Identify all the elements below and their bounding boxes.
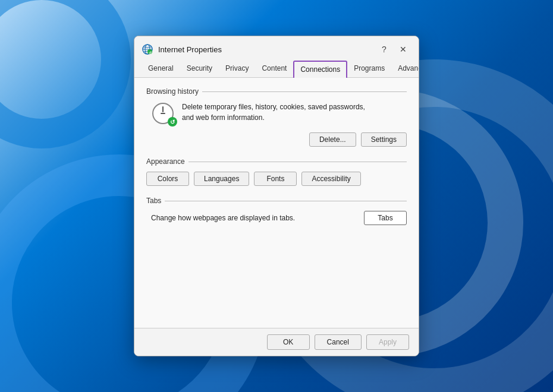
dialog-title: Internet Properties	[158, 45, 371, 54]
appearance-section: Appearance Colors Languages Fonts Access…	[146, 157, 407, 186]
tab-content[interactable]: Content	[255, 60, 293, 77]
history-description: Delete temporary files, history, cookies…	[182, 102, 407, 123]
tab-privacy[interactable]: Privacy	[219, 60, 255, 77]
history-buttons: Delete... Settings	[146, 132, 407, 147]
dialog-content: Browsing history ↺ Delete temporary file…	[134, 78, 419, 328]
section-title-browsing: Browsing history	[146, 87, 199, 96]
section-header-browsing: Browsing history	[146, 87, 407, 96]
svg-text:↺: ↺	[149, 51, 152, 55]
dialog-footer: OK Cancel Apply	[134, 328, 419, 356]
section-title-appearance: Appearance	[146, 157, 185, 166]
section-divider-tabs	[165, 201, 407, 201]
ok-button[interactable]: OK	[267, 334, 310, 350]
help-button[interactable]: ?	[376, 41, 392, 58]
section-divider	[202, 91, 407, 92]
tabs-row: General Security Privacy Content Connect…	[134, 60, 419, 78]
tabs-button[interactable]: Tabs	[364, 211, 407, 225]
title-bar: ↺ Internet Properties ? ✕	[134, 36, 419, 60]
tab-connections[interactable]: Connections	[293, 61, 347, 78]
section-header-appearance: Appearance	[146, 157, 407, 166]
languages-button[interactable]: Languages	[194, 172, 249, 186]
tabs-section: Tabs Change how webpages are displayed i…	[146, 197, 407, 225]
title-bar-controls: ? ✕	[376, 41, 411, 58]
history-area: ↺ Delete temporary files, history, cooki…	[146, 102, 407, 125]
accessibility-button[interactable]: Accessibility	[301, 172, 360, 186]
tab-advanced[interactable]: Advanced	[391, 60, 419, 77]
refresh-arrow-icon: ↺	[168, 117, 177, 127]
apply-button[interactable]: Apply	[366, 334, 409, 350]
dialog-overlay: ↺ Internet Properties ? ✕ General Securi…	[0, 0, 553, 392]
section-divider-appearance	[188, 162, 407, 162]
tab-security[interactable]: Security	[180, 60, 219, 77]
delete-button[interactable]: Delete...	[309, 132, 356, 147]
section-title-tabs: Tabs	[146, 197, 161, 205]
dialog-icon: ↺	[142, 43, 153, 55]
tabs-description: Change how webpages are displayed in tab…	[151, 214, 364, 222]
settings-button[interactable]: Settings	[361, 132, 407, 147]
internet-properties-dialog: ↺ Internet Properties ? ✕ General Securi…	[134, 36, 419, 356]
colors-button[interactable]: Colors	[146, 172, 189, 186]
cancel-button[interactable]: Cancel	[315, 334, 362, 350]
close-button[interactable]: ✕	[395, 41, 411, 58]
browsing-history-section: Browsing history ↺ Delete temporary file…	[146, 87, 407, 147]
section-header-tabs: Tabs	[146, 197, 407, 205]
fonts-button[interactable]: Fonts	[254, 172, 297, 186]
tabs-section-row: Change how webpages are displayed in tab…	[146, 211, 407, 225]
appearance-buttons: Colors Languages Fonts Accessibility	[146, 172, 407, 186]
history-icon-wrapper: ↺	[151, 102, 175, 125]
tab-general[interactable]: General	[142, 60, 180, 77]
tab-programs[interactable]: Programs	[347, 60, 391, 77]
